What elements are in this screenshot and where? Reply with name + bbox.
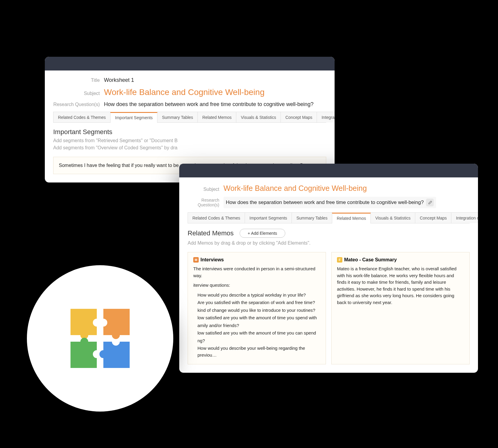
subject-row: Subject Work-life Balance and Cognitive … [53,88,326,97]
section-header: Related Memos + Add Elements [188,229,470,238]
puzzle-icon [67,306,133,371]
subject-label: Subject [188,187,223,192]
research-question-row: Research Question(s) How does the separa… [188,197,470,208]
add-elements-button[interactable]: + Add Elements [240,229,285,238]
memo-question: amily and/or friends? [197,322,320,329]
tab-related-memos[interactable]: Related Memos [197,112,236,122]
tab-important-segments[interactable]: Important Segments [110,112,157,123]
rq-value: How does the separation between work and… [104,101,313,108]
memo-question: low satisfied are you with the amount of… [197,330,320,337]
pencil-icon[interactable] [426,199,434,206]
section-subtitle: Add segments from "Retrieved Segments" o… [53,137,326,151]
section-sub-line1: Add segments from "Retrieved Segments" o… [53,138,177,143]
tab-integration[interactable]: Integration of Insights [451,212,478,223]
memo-intro: The interviews were conducted in person … [193,266,320,279]
title-row: Title Worksheet 1 [53,77,326,83]
memo-badge-icon: M [193,257,199,263]
memo-q-heading: iterview questions: [193,282,320,289]
subject-label: Subject [53,91,104,96]
tab-related-codes[interactable]: Related Codes & Themes [188,212,245,223]
tab-concept-maps[interactable]: Concept Maps [281,112,317,122]
section-sub-line2: Add segments from "Overview of Coded Seg… [53,145,177,150]
memo-question-list: How would you describe a typical workday… [193,292,320,359]
memo-card-interviews[interactable]: M Interviews The interviews were conduct… [188,252,326,364]
subject-row: Subject Work-life Balance and Cognitive … [188,184,470,193]
memo-title: F Mateo - Case Summary [337,257,464,263]
subject-value: Work-life Balance and Cognitive Well-bei… [223,184,367,193]
memo-title: M Interviews [193,257,320,263]
memo-card-mateo[interactable]: F Mateo - Case Summary Mateo is a freela… [331,252,470,364]
panel-body: Subject Work-life Balance and Cognitive … [179,177,478,373]
memo-question: ng? [197,337,320,344]
memo-title-text: Mateo - Case Summary [344,257,397,263]
rq-label: Research Question(s) [53,102,104,107]
section-subtitle: Add Memos by drag & drop or by clicking … [188,240,470,247]
memo-question: Are you satisfied with the separation of… [197,299,320,306]
tab-related-codes[interactable]: Related Codes & Themes [53,112,111,122]
title-label: Title [53,78,104,83]
section-title: Related Memos [188,229,234,237]
tab-visuals-statistics[interactable]: Visuals & Statistics [370,212,415,223]
memo-text: Mateo is a freelance English teacher, wh… [337,266,464,306]
tab-visuals-statistics[interactable]: Visuals & Statistics [236,112,281,122]
puzzle-logo-circle [27,265,173,412]
memo-question: low satisfied are you with the amount of… [197,314,320,321]
tab-summary-tables[interactable]: Summary Tables [292,212,332,223]
tab-concept-maps[interactable]: Concept Maps [415,212,451,223]
tab-summary-tables[interactable]: Summary Tables [157,112,198,122]
tabbar: Related Codes & Themes Important Segment… [53,112,326,123]
tab-integration[interactable]: Integration of Insights [317,112,335,122]
memo-question: kind of change would you like to introdu… [197,307,320,314]
memo-body: Mateo is a freelance English teacher, wh… [337,266,464,306]
window-chrome [179,164,478,177]
memo-badge-icon: F [337,257,342,263]
tabbar: Related Codes & Themes Important Segment… [188,212,470,223]
memo-question: How would you describe your well-being r… [197,345,320,358]
section-title: Important Segments [53,128,326,136]
subject-value: Work-life Balance and Cognitive Well-bei… [104,88,264,97]
memo-grid: M Interviews The interviews were conduct… [188,252,470,364]
rq-input[interactable]: How does the separation between work and… [223,197,436,208]
title-value: Worksheet 1 [104,77,134,83]
memo-body: The interviews were conducted in person … [193,266,320,358]
rq-label: Research Question(s) [188,198,223,207]
memo-question: How would you describe a typical workday… [197,292,320,299]
window-chrome [45,57,335,70]
tab-related-memos[interactable]: Related Memos [332,213,371,223]
front-panel: Subject Work-life Balance and Cognitive … [179,164,478,373]
tab-important-segments[interactable]: Important Segments [245,212,292,223]
memo-title-text: Interviews [200,257,224,263]
rq-text: How does the separation between work and… [226,200,424,205]
stage: Title Worksheet 1 Subject Work-life Bala… [0,0,498,448]
research-question-row: Research Question(s) How does the separa… [53,101,326,108]
